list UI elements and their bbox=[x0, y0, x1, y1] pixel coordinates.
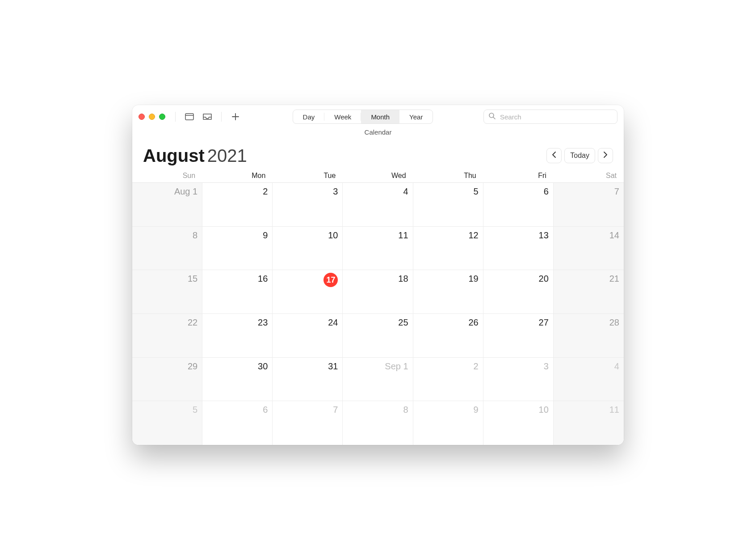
search-field[interactable] bbox=[483, 110, 617, 124]
day-number: 3 bbox=[277, 186, 338, 197]
fullscreen-window-button[interactable] bbox=[159, 114, 165, 120]
close-window-button[interactable] bbox=[139, 114, 145, 120]
weekday-thu: Thu bbox=[413, 169, 483, 182]
day-cell[interactable]: 12 bbox=[413, 227, 483, 271]
inbox-button[interactable] bbox=[201, 110, 214, 123]
today-badge: 17 bbox=[323, 273, 338, 287]
weekday-mon: Mon bbox=[202, 169, 273, 182]
day-cell[interactable]: 21 bbox=[554, 270, 624, 314]
day-cell[interactable]: 10 bbox=[483, 401, 554, 445]
day-cell[interactable]: Aug 1 bbox=[132, 183, 202, 227]
day-number: 4 bbox=[347, 186, 408, 197]
day-number: 27 bbox=[488, 317, 549, 328]
day-cell[interactable]: 4 bbox=[554, 358, 624, 402]
minimize-window-button[interactable] bbox=[149, 114, 155, 120]
day-cell[interactable]: 11 bbox=[343, 227, 413, 271]
window-controls bbox=[139, 114, 165, 120]
day-cell[interactable]: 27 bbox=[483, 314, 554, 358]
day-number: 16 bbox=[207, 274, 268, 284]
day-number: 20 bbox=[488, 274, 549, 284]
day-cell[interactable]: 15 bbox=[132, 270, 202, 314]
today-button[interactable]: Today bbox=[564, 148, 595, 163]
day-cell[interactable]: 3 bbox=[273, 183, 343, 227]
day-number: Aug 1 bbox=[137, 186, 197, 197]
day-cell[interactable]: 17 bbox=[273, 270, 343, 314]
day-cell[interactable]: 20 bbox=[483, 270, 554, 314]
svg-rect-0 bbox=[185, 114, 193, 120]
month-year-label: August2021 bbox=[143, 147, 247, 165]
day-cell[interactable]: 31 bbox=[273, 358, 343, 402]
separator bbox=[221, 112, 222, 122]
day-cell[interactable]: 26 bbox=[413, 314, 483, 358]
view-day-tab[interactable]: Day bbox=[293, 110, 325, 123]
plus-icon bbox=[232, 113, 239, 120]
day-number: 28 bbox=[558, 317, 619, 328]
day-cell[interactable]: 8 bbox=[132, 227, 202, 271]
separator bbox=[175, 112, 176, 122]
chevron-right-icon bbox=[603, 152, 608, 160]
day-cell[interactable]: 10 bbox=[273, 227, 343, 271]
view-year-tab[interactable]: Year bbox=[399, 110, 433, 123]
day-number: 18 bbox=[347, 274, 408, 284]
day-number: 7 bbox=[277, 405, 338, 415]
day-cell[interactable]: 9 bbox=[413, 401, 483, 445]
day-number: 26 bbox=[418, 317, 479, 328]
day-cell[interactable]: 24 bbox=[273, 314, 343, 358]
day-cell[interactable]: 11 bbox=[554, 401, 624, 445]
day-cell[interactable]: 22 bbox=[132, 314, 202, 358]
day-cell[interactable]: 6 bbox=[483, 183, 554, 227]
day-number: 21 bbox=[558, 274, 619, 284]
day-cell[interactable]: 2 bbox=[413, 358, 483, 402]
day-number: 2 bbox=[418, 361, 479, 372]
day-number: 31 bbox=[277, 361, 338, 372]
day-cell[interactable]: 18 bbox=[343, 270, 413, 314]
search-icon bbox=[488, 112, 496, 121]
day-number: 3 bbox=[488, 361, 549, 372]
day-cell[interactable]: 6 bbox=[202, 401, 273, 445]
month-grid: Aug 123456789101112131415161718192021222… bbox=[132, 183, 624, 445]
day-cell[interactable]: 25 bbox=[343, 314, 413, 358]
previous-month-button[interactable] bbox=[546, 148, 562, 163]
view-month-tab[interactable]: Month bbox=[361, 110, 399, 123]
svg-line-5 bbox=[493, 117, 495, 119]
month-header: August2021 Today bbox=[132, 140, 624, 169]
day-number: 10 bbox=[488, 405, 549, 415]
day-cell[interactable]: 7 bbox=[273, 401, 343, 445]
day-cell[interactable]: 2 bbox=[202, 183, 273, 227]
day-cell[interactable]: 5 bbox=[132, 401, 202, 445]
view-switcher: Day Week Month Year bbox=[293, 110, 433, 124]
day-cell[interactable]: 4 bbox=[343, 183, 413, 227]
day-number: 15 bbox=[137, 274, 197, 284]
day-cell[interactable]: 30 bbox=[202, 358, 273, 402]
day-cell[interactable]: 28 bbox=[554, 314, 624, 358]
app-window: Day Week Month Year Calendar bbox=[132, 105, 624, 445]
view-week-tab[interactable]: Week bbox=[324, 110, 361, 123]
day-cell[interactable]: 3 bbox=[483, 358, 554, 402]
day-number: 7 bbox=[558, 186, 619, 197]
day-cell[interactable]: 9 bbox=[202, 227, 273, 271]
day-cell[interactable]: 29 bbox=[132, 358, 202, 402]
day-cell[interactable]: 5 bbox=[413, 183, 483, 227]
calendars-toggle-button[interactable] bbox=[183, 110, 196, 123]
search-input[interactable] bbox=[499, 113, 613, 121]
day-cell[interactable]: 8 bbox=[343, 401, 413, 445]
day-number: 5 bbox=[418, 186, 479, 197]
day-cell[interactable]: 7 bbox=[554, 183, 624, 227]
weekday-header-row: Sun Mon Tue Wed Thu Fri Sat bbox=[132, 169, 624, 183]
day-number: 6 bbox=[207, 405, 268, 415]
day-number: 9 bbox=[207, 230, 268, 241]
day-cell[interactable]: Sep 1 bbox=[343, 358, 413, 402]
day-number: 30 bbox=[207, 361, 268, 372]
day-cell[interactable]: 14 bbox=[554, 227, 624, 271]
window-subtitle-row: Calendar bbox=[132, 128, 624, 140]
year-label: 2021 bbox=[207, 146, 247, 165]
day-cell[interactable]: 23 bbox=[202, 314, 273, 358]
day-cell[interactable]: 13 bbox=[483, 227, 554, 271]
day-cell[interactable]: 16 bbox=[202, 270, 273, 314]
weekday-tue: Tue bbox=[273, 169, 343, 182]
next-month-button[interactable] bbox=[598, 148, 613, 163]
month-label: August bbox=[143, 146, 205, 165]
add-event-button[interactable] bbox=[229, 110, 242, 123]
day-number: 22 bbox=[137, 317, 197, 328]
day-cell[interactable]: 19 bbox=[413, 270, 483, 314]
